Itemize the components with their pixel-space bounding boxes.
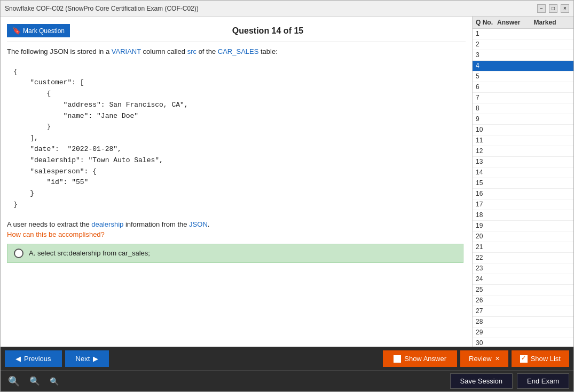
question-intro: The following JSON is stored in a VARIAN…	[7, 46, 463, 57]
sidebar-row-22[interactable]: 22	[473, 253, 573, 263]
sidebar-row-11[interactable]: 11	[473, 135, 573, 146]
answer-option-a[interactable]: A. select src:dealership from car_sales;	[7, 244, 463, 263]
sidebar-row-24[interactable]: 24	[473, 274, 573, 285]
next-label: Next	[76, 355, 90, 363]
sidebar-row-26[interactable]: 26	[473, 295, 573, 306]
car-sales-highlight: CAR_SALES	[218, 47, 259, 55]
status-bar: 🔍 🔍 🔍 Save Session End Exam	[1, 370, 573, 391]
close-button[interactable]: ×	[561, 4, 569, 13]
next-arrow-icon: ▶	[93, 355, 98, 363]
sidebar-row-10[interactable]: 10	[473, 125, 573, 135]
sidebar-row-14[interactable]: 14	[473, 167, 573, 178]
question-subtext2: How can this be accomplished?	[7, 230, 463, 238]
sidebar-col-answer: Answer	[497, 19, 534, 26]
sidebar-row-8[interactable]: 8	[473, 103, 573, 114]
mark-question-label: Mark Question	[23, 27, 65, 35]
bottom-toolbar: ◀ Previous Next ▶ Show Answer Review ✕ S…	[1, 347, 573, 370]
question-subtext1: A user needs to extract the dealership i…	[7, 220, 463, 228]
sidebar-row-9[interactable]: 9	[473, 114, 573, 125]
main-window: Snowflake COF-C02 (SnowPro Core Certific…	[0, 0, 574, 392]
sidebar-row-30[interactable]: 30	[473, 338, 573, 347]
sidebar-row-12[interactable]: 12	[473, 146, 573, 157]
main-content: 🔖 Mark Question Question 14 of 15 The fo…	[1, 17, 573, 347]
show-answer-label: Show Answer	[404, 355, 446, 363]
src-highlight: src	[187, 47, 196, 55]
sidebar-row-28[interactable]: 28	[473, 317, 573, 327]
zoom-controls: 🔍 🔍 🔍	[5, 374, 62, 388]
show-list-icon	[520, 355, 528, 363]
answer-text-a: A. select src:dealership from car_sales;	[29, 249, 150, 257]
end-exam-label: End Exam	[527, 377, 559, 385]
sidebar-row-13[interactable]: 13	[473, 157, 573, 167]
show-answer-icon	[394, 355, 401, 363]
sidebar-row-23[interactable]: 23	[473, 263, 573, 274]
sidebar-header: Q No. Answer Marked	[473, 17, 573, 29]
mark-question-button[interactable]: 🔖 Mark Question	[7, 24, 70, 37]
review-x-icon: ✕	[495, 355, 500, 362]
zoom-reset-button[interactable]: 🔍	[46, 376, 62, 387]
sidebar-row-2[interactable]: 2	[473, 39, 573, 50]
json-highlight: JSON	[189, 220, 208, 228]
review-label: Review	[469, 355, 492, 363]
question-panel: 🔖 Mark Question Question 14 of 15 The fo…	[1, 17, 472, 347]
sidebar-row-25[interactable]: 25	[473, 285, 573, 295]
sidebar-row-17[interactable]: 17	[473, 199, 573, 210]
sidebar-row-16[interactable]: 16	[473, 189, 573, 199]
sidebar-row-27[interactable]: 27	[473, 306, 573, 317]
maximize-button[interactable]: □	[549, 4, 557, 13]
minimize-button[interactable]: −	[537, 4, 546, 13]
sidebar-row-15[interactable]: 15	[473, 178, 573, 189]
variant-highlight: VARIANT	[112, 47, 141, 55]
sidebar-row-3[interactable]: 3	[473, 50, 573, 61]
end-exam-button[interactable]: End Exam	[517, 373, 569, 389]
sidebar-row-29[interactable]: 29	[473, 327, 573, 338]
title-bar: Snowflake COF-C02 (SnowPro Core Certific…	[1, 1, 573, 17]
review-button[interactable]: Review ✕	[460, 350, 508, 367]
zoom-in-button[interactable]: 🔍	[5, 374, 23, 388]
sidebar-row-5[interactable]: 5	[473, 71, 573, 82]
sidebar-row-20[interactable]: 20	[473, 231, 573, 242]
sidebar-row-1[interactable]: 1	[473, 29, 573, 39]
radio-a	[14, 249, 23, 258]
sidebar-row-19[interactable]: 19	[473, 221, 573, 231]
question-title: Question 14 of 15	[70, 26, 466, 36]
show-list-label: Show List	[531, 355, 561, 363]
question-body: The following JSON is stored in a VARIAN…	[7, 46, 466, 342]
window-controls: − □ ×	[537, 4, 569, 13]
sidebar-row-18[interactable]: 18	[473, 210, 573, 221]
sidebar: Q No. Answer Marked 1 2 3 4 5 6 7 8 9 10…	[472, 17, 573, 347]
sidebar-list[interactable]: 1 2 3 4 5 6 7 8 9 10 11 12 13 14 15 16 1…	[473, 29, 573, 347]
dealership-highlight: dealership	[91, 220, 123, 228]
zoom-out-button[interactable]: 🔍	[26, 375, 43, 387]
next-button[interactable]: Next ▶	[65, 350, 109, 367]
bookmark-icon: 🔖	[12, 27, 21, 35]
save-session-label: Save Session	[460, 377, 503, 385]
session-controls: Save Session End Exam	[450, 373, 569, 389]
json-code-block: { "customer": [ { "address": San Francis…	[7, 62, 463, 215]
sidebar-col-marked: Marked	[534, 19, 571, 26]
question-header: 🔖 Mark Question Question 14 of 15	[7, 21, 466, 42]
sidebar-row-7[interactable]: 7	[473, 93, 573, 103]
sidebar-row-21[interactable]: 21	[473, 242, 573, 253]
save-session-button[interactable]: Save Session	[450, 373, 513, 389]
previous-button[interactable]: ◀ Previous	[5, 350, 62, 367]
prev-arrow-icon: ◀	[15, 355, 21, 363]
show-answer-button[interactable]: Show Answer	[383, 350, 457, 367]
show-list-button[interactable]: Show List	[512, 350, 569, 367]
sidebar-row-6[interactable]: 6	[473, 82, 573, 93]
sidebar-col-qno: Q No.	[476, 19, 497, 26]
window-title: Snowflake COF-C02 (SnowPro Core Certific…	[5, 5, 199, 12]
sidebar-row-4[interactable]: 4	[473, 61, 573, 71]
previous-label: Previous	[24, 355, 51, 363]
